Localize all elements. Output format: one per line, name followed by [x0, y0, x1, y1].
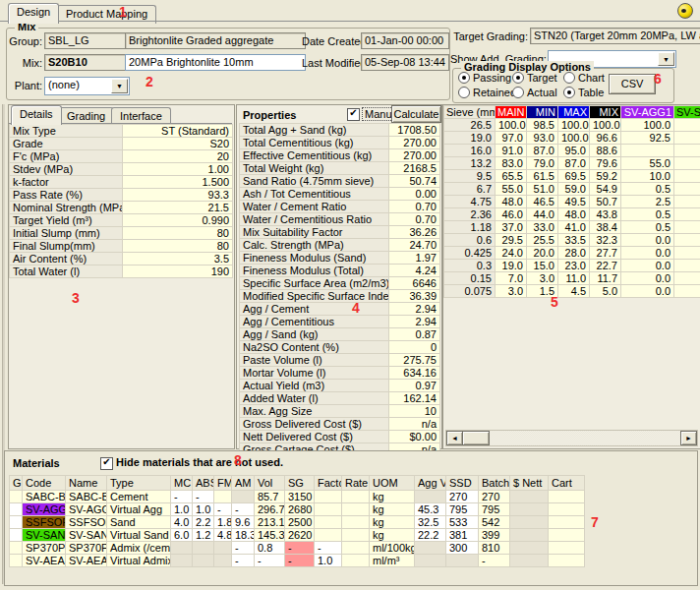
chevron-down-icon[interactable]: ▼	[111, 79, 128, 93]
group-code-field[interactable]: SBL_LG	[44, 32, 127, 49]
radio-passing[interactable]: Passing	[458, 72, 511, 84]
table-row[interactable]: Gross Delivered Cost ($)n/a	[240, 418, 440, 431]
mix-description-field[interactable]: 20MPa Brightonlite 10mm	[125, 54, 306, 71]
table-row[interactable]: Initial Slump (mm)80	[10, 227, 233, 240]
table-row[interactable]: Added Water (l)162.14	[240, 392, 440, 405]
table-row[interactable]: Stdev (MPa)1.00	[10, 163, 233, 176]
table-row[interactable]: Water / Cementitious Ratio0.70	[240, 213, 440, 226]
table-row[interactable]: Na2SO Content (%)0	[240, 341, 440, 354]
table-row[interactable]: k-factor1.500	[10, 176, 233, 189]
column-header[interactable]: ABS	[193, 476, 214, 491]
tab-details[interactable]: Details	[11, 105, 62, 125]
table-row[interactable]: Agg / Cement2.94	[240, 303, 440, 316]
table-row[interactable]: Modified Specific Surface Index36.39	[240, 290, 440, 303]
column-header[interactable]: Agg V	[415, 476, 446, 491]
table-row[interactable]: 2.3646.044.048.043.80.5	[444, 208, 700, 221]
table-row[interactable]: Total Cementitious (kg)270.00	[240, 137, 440, 149]
table-row[interactable]: 1.1837.033.041.038.40.5	[444, 221, 700, 234]
column-header[interactable]: Cart	[549, 476, 585, 491]
table-row[interactable]: Calc. Strength (MPa)24.70	[240, 239, 440, 252]
hide-unused-checkbox-label[interactable]: Hide materials that are not used.	[116, 456, 283, 468]
column-header[interactable]: SV-AGG1	[621, 106, 674, 119]
column-header[interactable]: SV-SAND	[674, 106, 700, 119]
column-header[interactable]: $ Nett	[510, 476, 549, 491]
app-icon[interactable]	[677, 3, 693, 19]
table-row[interactable]: 9.565.561.569.559.210.0	[444, 170, 700, 183]
table-row[interactable]: Agg / Cementitious2.94	[240, 316, 440, 328]
table-row[interactable]: Actual Yield (m3)0.97	[240, 380, 440, 392]
table-row[interactable]: 0.319.015.023.022.70.0	[444, 260, 700, 272]
column-header[interactable]: Type	[107, 476, 171, 491]
column-header[interactable]: MAX	[558, 106, 590, 119]
column-header[interactable]: Batch	[479, 476, 510, 491]
table-row[interactable]: Ash / Tot Cementitious0.00	[240, 188, 440, 201]
column-header[interactable]: Rate	[342, 476, 370, 491]
column-header[interactable]: Vol	[255, 476, 285, 491]
table-row[interactable]: 0.0753.01.54.55.00.0	[444, 285, 700, 298]
calculate-button[interactable]: Calculate	[391, 105, 441, 123]
table-row[interactable]: Max. Agg Size10	[240, 405, 440, 418]
table-row[interactable]: SV-AGG1SV-AGG1Virtual Agg1.01.0--296.726…	[10, 503, 585, 516]
mix-code-field[interactable]: S20B10	[44, 54, 127, 71]
csv-button[interactable]: CSV	[609, 74, 656, 94]
table-row[interactable]: Mortar Volume (l)634.16	[240, 367, 440, 380]
table-row[interactable]: 0.629.525.533.532.30.0	[444, 234, 700, 247]
table-row[interactable]: Pass Rate (%)93.3	[10, 189, 233, 202]
manual-checkbox[interactable]	[347, 108, 360, 121]
column-header[interactable]: Facto	[315, 476, 342, 491]
table-row[interactable]: Specific Surface Area (m2/m3)6646	[240, 277, 440, 290]
table-row[interactable]: SABC-BLSABC-BLCement--85.73150kg270270	[10, 491, 585, 503]
horizontal-scrollbar[interactable]: ◄ ►	[445, 430, 698, 446]
table-row[interactable]: Total Agg + Sand (kg)1708.50	[240, 124, 440, 137]
table-row[interactable]: 6.755.051.059.054.90.5	[444, 183, 700, 196]
column-header[interactable]: MIX	[590, 106, 621, 119]
radio-chart[interactable]: Chart	[563, 72, 605, 84]
table-row[interactable]: 26.5100.098.5100.0100.0100.0	[444, 119, 700, 132]
group-description-field[interactable]: Brightonlite Graded aggregate	[125, 32, 306, 49]
table-row[interactable]: Effective Cementitious (kg)270.00	[240, 149, 440, 162]
table-row[interactable]: SSFSOFTSSFSOFTSand4.02.21.89.6213.12500k…	[10, 516, 585, 529]
table-row[interactable]: SV-AEASV-AEAVirtual Admix---1.0ml/m³-	[10, 555, 585, 567]
table-row[interactable]: 0.42524.020.028.027.70.0	[444, 247, 700, 260]
radio-target[interactable]: Target	[512, 72, 557, 84]
radio-actual[interactable]: Actual	[512, 87, 557, 98]
table-row[interactable]: 4.7548.046.549.550.72.5	[444, 196, 700, 208]
table-row[interactable]: Agg / Sand (kg)0.87	[240, 328, 440, 341]
table-row[interactable]: Total Weight (kg)2168.5	[240, 162, 440, 175]
column-header[interactable]: SG	[285, 476, 315, 491]
table-row[interactable]: 16.091.087.095.088.6	[444, 145, 700, 157]
plant-dropdown[interactable]: (none) ▼	[44, 77, 130, 95]
column-header[interactable]: SSD	[446, 476, 479, 491]
table-row[interactable]: Paste Volume (l)275.75	[240, 354, 440, 367]
table-row[interactable]: Nett Delivered Cost ($)$0.00	[240, 431, 440, 443]
table-row[interactable]: Air Content (%)3.5	[10, 253, 233, 266]
table-row[interactable]: Nominal Strength (MPa)21.5	[10, 202, 233, 214]
table-row[interactable]: Final Slump(mm)80	[10, 240, 233, 253]
hide-unused-checkbox[interactable]	[100, 457, 113, 470]
table-row[interactable]: SP370PSP370PAdmix (/cem)-0.8--ml/100kg30…	[10, 542, 585, 555]
table-row[interactable]: 0.157.03.011.011.70.0	[444, 272, 700, 285]
radio-table[interactable]: Table	[563, 87, 604, 98]
table-row[interactable]: Mix TypeST (Standard)	[10, 125, 233, 138]
table-row[interactable]: Fineness Modulus (Total)4.24	[240, 265, 440, 277]
table-row[interactable]: Mix Suitability Factor36.26	[240, 226, 440, 239]
table-row[interactable]: SV-SANDSV-SANDVirtual Sand6.01.24.818.31…	[10, 529, 585, 542]
column-header[interactable]: MIN	[527, 106, 558, 119]
table-row[interactable]: Water / Cement Ratio0.70	[240, 201, 440, 213]
column-header[interactable]: MC	[171, 476, 193, 491]
scroll-left-icon[interactable]: ◄	[446, 431, 463, 445]
scrollbar-thumb[interactable]	[462, 431, 490, 445]
scroll-right-icon[interactable]: ►	[680, 431, 697, 445]
table-row[interactable]: Target Yield (m³)0.990	[10, 214, 233, 227]
table-row[interactable]: 19.097.093.0100.096.692.5	[444, 132, 700, 145]
table-row[interactable]: Fineness Modulus (Sand)1.97	[240, 252, 440, 265]
column-header[interactable]: G	[10, 476, 23, 491]
radio-retained[interactable]: Retained	[458, 87, 516, 98]
column-header[interactable]: Name	[66, 476, 107, 491]
column-header[interactable]: AM	[232, 476, 255, 491]
column-header[interactable]: MAIN	[496, 106, 527, 119]
table-row[interactable]: 13.283.079.087.079.655.0	[444, 157, 700, 170]
table-row[interactable]: F'c (MPa)20	[10, 150, 233, 163]
chevron-down-icon[interactable]: ▼	[658, 52, 674, 66]
table-row[interactable]: Total Water (l)190	[10, 266, 233, 278]
